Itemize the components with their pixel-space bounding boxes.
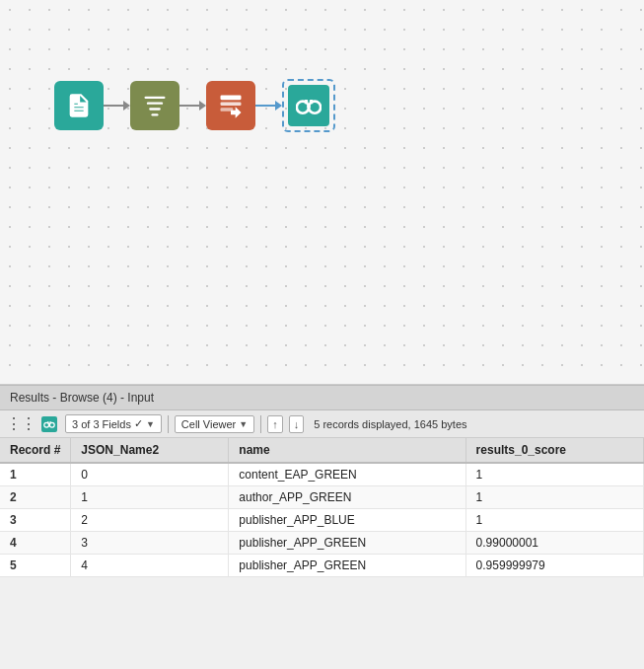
- cell-1-1: 1: [71, 486, 229, 509]
- fields-dropdown[interactable]: 3 of 3 Fields ✓ ▼: [65, 414, 162, 433]
- line-1: [104, 105, 123, 107]
- cell-viewer-label: Cell Viewer: [181, 418, 236, 430]
- fields-dropdown-arrow: ▼: [146, 419, 155, 429]
- up-arrow-icon: ↑: [272, 418, 278, 430]
- down-arrow-icon: ↓: [294, 418, 300, 430]
- results-toolbar: ⋮⋮ 3 of 3 Fields ✓ ▼ Cell Viewer ▼: [0, 410, 644, 438]
- cell-0-1: 0: [71, 463, 229, 486]
- cell-3-3: 0.99000001: [465, 532, 643, 555]
- browse-inner: [288, 85, 329, 126]
- connector-2: [179, 101, 206, 111]
- table-row: 21author_APP_GREEN1: [0, 486, 644, 509]
- svg-rect-5: [221, 103, 242, 107]
- records-info: 5 records displayed, 1645 bytes: [314, 418, 466, 430]
- svg-rect-10: [305, 100, 308, 104]
- browse-tool-icon: [41, 416, 57, 432]
- connector-3: [255, 101, 282, 111]
- table-row: 32publisher_APP_BLUE1: [0, 509, 644, 532]
- arrow-2: [199, 101, 206, 111]
- book-icon: [65, 92, 93, 119]
- cell-viewer-arrow: ▼: [239, 419, 248, 429]
- cell-1-3: 1: [465, 486, 643, 509]
- node-input[interactable]: [54, 81, 104, 130]
- col-header-json: JSON_Name2: [71, 438, 229, 463]
- col-header-score: results_0_score: [465, 438, 643, 463]
- separator-2: [260, 415, 261, 433]
- node-filter[interactable]: [130, 81, 179, 130]
- cell-3-1: 3: [71, 532, 229, 555]
- menu-dots-icon[interactable]: ⋮⋮: [6, 416, 36, 432]
- cell-2-0: 3: [0, 509, 71, 532]
- svg-rect-9: [307, 105, 310, 108]
- table-row: 43publisher_APP_GREEN0.99000001: [0, 532, 644, 555]
- svg-rect-0: [145, 97, 166, 99]
- cell-viewer-dropdown[interactable]: Cell Viewer ▼: [175, 415, 254, 433]
- results-title-bar: Results - Browse (4) - Input: [0, 386, 644, 410]
- sort-up-button[interactable]: ↑: [267, 415, 283, 433]
- table-row: 10content_EAP_GREEN1: [0, 463, 644, 486]
- select-icon: [217, 92, 245, 119]
- svg-rect-2: [149, 108, 161, 110]
- node-select[interactable]: [206, 81, 255, 130]
- col-header-record: Record #: [0, 438, 71, 463]
- separator-1: [168, 415, 169, 433]
- cell-4-3: 0.959999979: [465, 555, 643, 577]
- workflow-canvas: [0, 0, 644, 385]
- cell-0-0: 1: [0, 463, 71, 486]
- fields-label: 3 of 3 Fields: [72, 418, 131, 430]
- cell-0-2: content_EAP_GREEN: [229, 463, 465, 486]
- cell-3-0: 4: [0, 532, 71, 555]
- table-body: 10content_EAP_GREEN121author_APP_GREEN13…: [0, 463, 644, 577]
- arrow-1: [123, 101, 130, 111]
- node-browse[interactable]: [282, 79, 335, 132]
- cell-0-3: 1: [465, 463, 643, 486]
- results-table: Record # JSON_Name2 name results_0_score…: [0, 438, 644, 577]
- filter-icon: [141, 92, 169, 119]
- svg-rect-16: [49, 421, 51, 423]
- results-title-text: Results - Browse (4) - Input: [10, 391, 154, 405]
- svg-rect-4: [221, 96, 242, 101]
- cell-1-0: 2: [0, 486, 71, 509]
- fields-check: ✓: [134, 417, 143, 430]
- binoculars-icon: [296, 96, 322, 115]
- header-row: Record # JSON_Name2 name results_0_score: [0, 438, 644, 463]
- svg-rect-15: [47, 421, 49, 423]
- svg-rect-11: [310, 100, 313, 104]
- cell-3-2: publisher_APP_GREEN: [229, 532, 465, 555]
- line-2: [179, 105, 199, 107]
- cell-2-2: publisher_APP_BLUE: [229, 509, 465, 532]
- sort-down-button[interactable]: ↓: [289, 415, 305, 433]
- svg-rect-14: [48, 423, 50, 425]
- cell-4-2: publisher_APP_GREEN: [229, 555, 465, 577]
- connector-1: [104, 101, 130, 111]
- cell-1-2: author_APP_GREEN: [229, 486, 465, 509]
- workflow-container: [54, 79, 335, 132]
- results-panel: Results - Browse (4) - Input ⋮⋮ 3 of 3 F…: [0, 385, 644, 577]
- cell-4-1: 4: [71, 555, 229, 577]
- col-header-name: name: [229, 438, 465, 463]
- table-row: 54publisher_APP_GREEN0.959999979: [0, 555, 644, 577]
- arrow-3: [275, 101, 282, 111]
- cell-2-1: 2: [71, 509, 229, 532]
- svg-rect-1: [147, 103, 163, 105]
- cell-2-3: 1: [465, 509, 643, 532]
- results-table-container: Record # JSON_Name2 name results_0_score…: [0, 438, 644, 577]
- table-header: Record # JSON_Name2 name results_0_score: [0, 438, 644, 463]
- cell-4-0: 5: [0, 555, 71, 577]
- svg-rect-3: [152, 113, 159, 115]
- line-3: [255, 105, 275, 107]
